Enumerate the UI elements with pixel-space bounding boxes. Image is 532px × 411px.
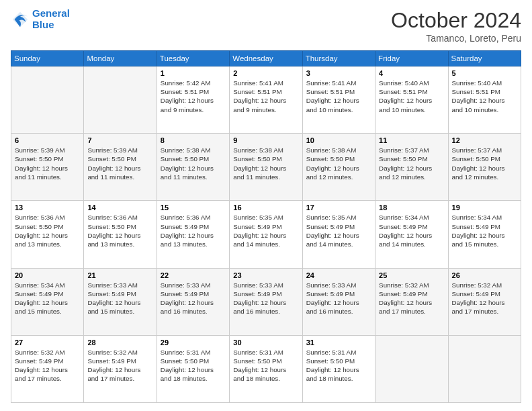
- calendar-cell: 30Sunrise: 5:31 AM Sunset: 5:50 PM Dayli…: [230, 335, 302, 402]
- calendar-cell: 24Sunrise: 5:33 AM Sunset: 5:49 PM Dayli…: [302, 268, 375, 335]
- location: Tamanco, Loreto, Peru: [391, 33, 521, 44]
- calendar-header-wednesday: Wednesday: [230, 51, 302, 66]
- day-number: 28: [87, 338, 152, 347]
- day-number: 17: [306, 203, 371, 212]
- calendar-cell: 6Sunrise: 5:39 AM Sunset: 5:50 PM Daylig…: [11, 134, 84, 201]
- calendar-cell: 22Sunrise: 5:33 AM Sunset: 5:49 PM Dayli…: [157, 268, 229, 335]
- calendar-header-sunday: Sunday: [11, 51, 84, 66]
- day-number: 20: [15, 271, 80, 279]
- day-number: 12: [452, 136, 517, 144]
- calendar-cell: 17Sunrise: 5:35 AM Sunset: 5:49 PM Dayli…: [302, 201, 375, 268]
- logo-icon: [11, 10, 30, 29]
- day-info: Sunrise: 5:40 AM Sunset: 5:51 PM Dayligh…: [452, 79, 517, 114]
- calendar-cell: 4Sunrise: 5:40 AM Sunset: 5:51 PM Daylig…: [375, 66, 448, 134]
- calendar-cell: 14Sunrise: 5:36 AM Sunset: 5:50 PM Dayli…: [84, 201, 157, 268]
- logo-line1: General: [32, 7, 70, 19]
- calendar-cell: 2Sunrise: 5:41 AM Sunset: 5:51 PM Daylig…: [230, 66, 302, 134]
- day-number: 6: [15, 136, 80, 144]
- calendar-cell: 7Sunrise: 5:39 AM Sunset: 5:50 PM Daylig…: [84, 134, 157, 201]
- logo-text: General Blue: [32, 8, 70, 30]
- day-info: Sunrise: 5:33 AM Sunset: 5:49 PM Dayligh…: [87, 281, 152, 316]
- day-info: Sunrise: 5:32 AM Sunset: 5:49 PM Dayligh…: [87, 348, 152, 383]
- calendar-cell: 21Sunrise: 5:33 AM Sunset: 5:49 PM Dayli…: [84, 268, 157, 335]
- day-info: Sunrise: 5:37 AM Sunset: 5:50 PM Dayligh…: [452, 146, 517, 181]
- day-number: 27: [15, 338, 80, 347]
- day-number: 24: [306, 271, 371, 279]
- day-info: Sunrise: 5:36 AM Sunset: 5:50 PM Dayligh…: [15, 213, 80, 248]
- day-number: 13: [15, 203, 80, 212]
- day-number: 11: [379, 136, 444, 144]
- day-info: Sunrise: 5:32 AM Sunset: 5:49 PM Dayligh…: [379, 281, 444, 316]
- day-info: Sunrise: 5:31 AM Sunset: 5:50 PM Dayligh…: [233, 348, 298, 383]
- month-title: October 2024: [391, 8, 521, 33]
- calendar-cell: 9Sunrise: 5:38 AM Sunset: 5:50 PM Daylig…: [230, 134, 302, 201]
- day-number: 2: [233, 69, 298, 77]
- calendar-cell: 18Sunrise: 5:34 AM Sunset: 5:49 PM Dayli…: [375, 201, 448, 268]
- day-info: Sunrise: 5:38 AM Sunset: 5:50 PM Dayligh…: [233, 146, 298, 181]
- calendar-cell: 12Sunrise: 5:37 AM Sunset: 5:50 PM Dayli…: [448, 134, 521, 201]
- calendar-header-tuesday: Tuesday: [157, 51, 229, 66]
- calendar-cell: 10Sunrise: 5:38 AM Sunset: 5:50 PM Dayli…: [302, 134, 375, 201]
- calendar-cell: [84, 66, 157, 134]
- calendar-cell: 15Sunrise: 5:36 AM Sunset: 5:49 PM Dayli…: [157, 201, 229, 268]
- day-info: Sunrise: 5:31 AM Sunset: 5:50 PM Dayligh…: [306, 348, 371, 383]
- day-info: Sunrise: 5:35 AM Sunset: 5:49 PM Dayligh…: [306, 213, 371, 248]
- calendar-cell: 5Sunrise: 5:40 AM Sunset: 5:51 PM Daylig…: [448, 66, 521, 134]
- day-number: 30: [233, 338, 298, 347]
- day-number: 5: [452, 69, 517, 77]
- calendar-cell: 23Sunrise: 5:33 AM Sunset: 5:49 PM Dayli…: [230, 268, 302, 335]
- title-block: October 2024 Tamanco, Loreto, Peru: [391, 8, 521, 44]
- calendar-cell: 20Sunrise: 5:34 AM Sunset: 5:49 PM Dayli…: [11, 268, 84, 335]
- day-info: Sunrise: 5:33 AM Sunset: 5:49 PM Dayligh…: [161, 281, 226, 316]
- day-number: 8: [161, 136, 226, 144]
- day-number: 19: [452, 203, 517, 212]
- calendar-cell: 31Sunrise: 5:31 AM Sunset: 5:50 PM Dayli…: [302, 335, 375, 402]
- day-info: Sunrise: 5:38 AM Sunset: 5:50 PM Dayligh…: [306, 146, 371, 181]
- day-number: 4: [379, 69, 444, 77]
- calendar-cell: 28Sunrise: 5:32 AM Sunset: 5:49 PM Dayli…: [84, 335, 157, 402]
- calendar-cell: 19Sunrise: 5:34 AM Sunset: 5:49 PM Dayli…: [448, 201, 521, 268]
- day-info: Sunrise: 5:33 AM Sunset: 5:49 PM Dayligh…: [233, 281, 298, 316]
- day-info: Sunrise: 5:36 AM Sunset: 5:49 PM Dayligh…: [161, 213, 226, 248]
- calendar-header-saturday: Saturday: [448, 51, 521, 66]
- day-info: Sunrise: 5:34 AM Sunset: 5:49 PM Dayligh…: [379, 213, 444, 248]
- day-info: Sunrise: 5:39 AM Sunset: 5:50 PM Dayligh…: [15, 146, 80, 181]
- calendar-cell: 27Sunrise: 5:32 AM Sunset: 5:49 PM Dayli…: [11, 335, 84, 402]
- day-info: Sunrise: 5:32 AM Sunset: 5:49 PM Dayligh…: [15, 348, 80, 383]
- day-number: 21: [87, 271, 152, 279]
- calendar-header-thursday: Thursday: [302, 51, 375, 66]
- day-info: Sunrise: 5:31 AM Sunset: 5:50 PM Dayligh…: [161, 348, 226, 383]
- calendar-week-3: 13Sunrise: 5:36 AM Sunset: 5:50 PM Dayli…: [11, 201, 521, 268]
- day-info: Sunrise: 5:33 AM Sunset: 5:49 PM Dayligh…: [306, 281, 371, 316]
- day-info: Sunrise: 5:34 AM Sunset: 5:49 PM Dayligh…: [452, 213, 517, 248]
- day-number: 31: [306, 338, 371, 347]
- day-info: Sunrise: 5:37 AM Sunset: 5:50 PM Dayligh…: [379, 146, 444, 181]
- day-number: 23: [233, 271, 298, 279]
- day-info: Sunrise: 5:41 AM Sunset: 5:51 PM Dayligh…: [306, 79, 371, 114]
- day-info: Sunrise: 5:42 AM Sunset: 5:51 PM Dayligh…: [161, 79, 226, 114]
- calendar-table: SundayMondayTuesdayWednesdayThursdayFrid…: [11, 50, 521, 403]
- calendar-week-2: 6Sunrise: 5:39 AM Sunset: 5:50 PM Daylig…: [11, 134, 521, 201]
- calendar-cell: [11, 66, 84, 134]
- header: General Blue October 2024 Tamanco, Loret…: [11, 8, 521, 44]
- calendar-cell: [448, 335, 521, 402]
- calendar-header-row: SundayMondayTuesdayWednesdayThursdayFrid…: [11, 51, 521, 66]
- calendar-cell: 1Sunrise: 5:42 AM Sunset: 5:51 PM Daylig…: [157, 66, 229, 134]
- calendar-header-friday: Friday: [375, 51, 448, 66]
- day-number: 18: [379, 203, 444, 212]
- day-number: 3: [306, 69, 371, 77]
- day-info: Sunrise: 5:34 AM Sunset: 5:49 PM Dayligh…: [15, 281, 80, 316]
- day-info: Sunrise: 5:38 AM Sunset: 5:50 PM Dayligh…: [161, 146, 226, 181]
- calendar-cell: 16Sunrise: 5:35 AM Sunset: 5:49 PM Dayli…: [230, 201, 302, 268]
- calendar-week-4: 20Sunrise: 5:34 AM Sunset: 5:49 PM Dayli…: [11, 268, 521, 335]
- day-number: 9: [233, 136, 298, 144]
- logo-line2: Blue: [32, 19, 54, 30]
- day-number: 26: [452, 271, 517, 279]
- day-number: 29: [161, 338, 226, 347]
- day-number: 22: [161, 271, 226, 279]
- calendar-header-monday: Monday: [84, 51, 157, 66]
- day-info: Sunrise: 5:36 AM Sunset: 5:50 PM Dayligh…: [87, 213, 152, 248]
- day-info: Sunrise: 5:40 AM Sunset: 5:51 PM Dayligh…: [379, 79, 444, 114]
- day-number: 15: [161, 203, 226, 212]
- day-info: Sunrise: 5:41 AM Sunset: 5:51 PM Dayligh…: [233, 79, 298, 114]
